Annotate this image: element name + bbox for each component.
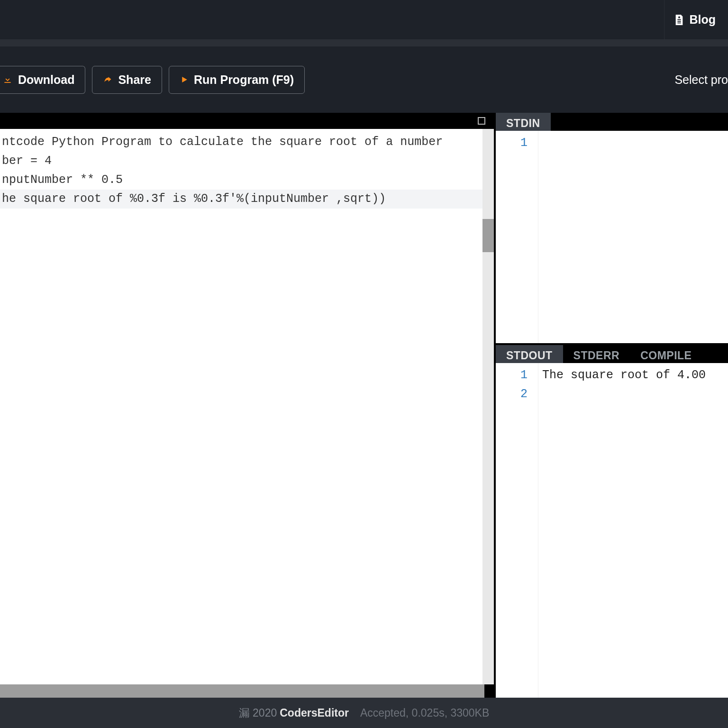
stdout-line: The square root of 4.00 [542, 366, 728, 385]
blog-link[interactable]: Blog [664, 0, 725, 39]
tab-stdout[interactable]: STDOUT [496, 345, 563, 363]
stdout-gutter: 12 [496, 363, 538, 698]
stdout-content: The square root of 4.00 [538, 363, 728, 698]
code-editor[interactable]: ntcode Python Program to calculate the s… [0, 129, 494, 684]
stdout-area: 12 The square root of 4.00 [496, 363, 728, 698]
svg-point-0 [678, 16, 680, 18]
editor-vertical-scrollbar[interactable] [482, 129, 494, 684]
share-button[interactable]: Share [92, 66, 162, 94]
blog-icon [674, 14, 684, 26]
editor-header [0, 113, 494, 129]
io-pane: STDIN 1 STDOUTSTDERRCOMPILE 12 The squar… [496, 113, 728, 698]
output-tabbar: STDOUTSTDERRCOMPILE [496, 345, 728, 363]
tab-stderr[interactable]: STDERR [563, 345, 630, 363]
tab-label: COMPILE [640, 349, 692, 362]
code-line[interactable]: ntcode Python Program to calculate the s… [0, 133, 494, 152]
footer-status: Accepted, 0.025s, 3300KB [360, 707, 489, 719]
run-icon [180, 75, 188, 84]
editor-horizontal-scrollbar[interactable] [0, 684, 484, 698]
tab-label: STDOUT [506, 349, 553, 362]
top-nav: Blog [0, 0, 728, 40]
tab-stdin-label: STDIN [506, 117, 540, 130]
stdin-area[interactable]: 1 [496, 131, 728, 343]
toolbar: Download Share Run Program (F9) Select p… [0, 46, 728, 113]
run-label: Run Program (F9) [194, 73, 294, 87]
tab-stdin[interactable]: STDIN [496, 113, 551, 131]
line-number: 1 [496, 134, 528, 153]
main-split: ntcode Python Program to calculate the s… [0, 113, 728, 698]
stdin-tabbar: STDIN [496, 113, 728, 131]
editor-pane: ntcode Python Program to calculate the s… [0, 113, 496, 698]
scrollbar-thumb[interactable] [482, 219, 494, 252]
maximize-icon[interactable] [478, 117, 485, 125]
language-select[interactable]: Select pro [674, 73, 728, 87]
tab-compile[interactable]: COMPILE [630, 345, 702, 363]
blog-label: Blog [689, 13, 716, 27]
toolbar-divider [0, 40, 728, 46]
output-panel: STDOUTSTDERRCOMPILE 12 The square root o… [496, 345, 728, 698]
code-line[interactable]: nputNumber ** 0.5 [0, 171, 494, 190]
line-number: 1 [496, 366, 528, 385]
code-line[interactable]: he square root of %0.3f is %0.3f'%(input… [0, 190, 494, 209]
footer-copyright: 漏 2020 [239, 706, 277, 720]
download-button[interactable]: Download [0, 66, 85, 94]
stdin-panel: STDIN 1 [496, 113, 728, 345]
run-button[interactable]: Run Program (F9) [169, 66, 305, 94]
line-number: 2 [496, 385, 528, 404]
footer: 漏 2020 CodersEditor Accepted, 0.025s, 33… [0, 698, 728, 728]
download-label: Download [18, 73, 74, 87]
stdin-gutter: 1 [496, 131, 538, 343]
share-label: Share [118, 73, 151, 87]
language-select-label: Select pro [674, 73, 728, 86]
footer-brand: CodersEditor [280, 707, 349, 719]
download-icon [3, 75, 12, 84]
tab-label: STDERR [573, 349, 620, 362]
stdin-content[interactable] [538, 131, 728, 343]
share-icon [103, 75, 112, 84]
code-line[interactable]: ber = 4 [0, 152, 494, 171]
